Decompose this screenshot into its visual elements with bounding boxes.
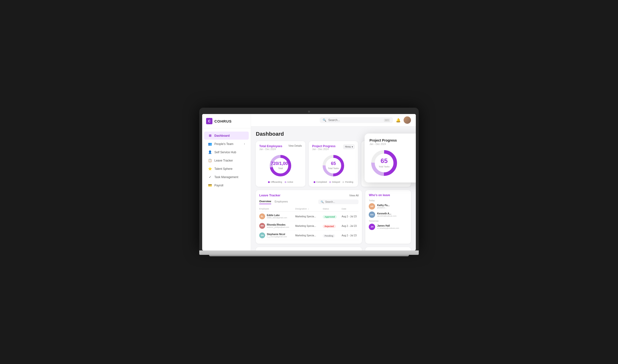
logo-icon: C [206, 118, 212, 124]
payroll-icon: 💳 [208, 183, 212, 187]
total-employees-title: Total Employees [259, 144, 282, 148]
col-date: Date [342, 208, 359, 210]
status-badge-0: Approved [323, 215, 337, 219]
project-progress-chart: 65 Total Tasks [312, 151, 355, 179]
leave-tracker-card: Leave Tracker View All Overview Employee… [256, 190, 362, 244]
designation-1: Marketing Specia... [295, 225, 321, 227]
total-employees-view-btn[interactable]: View Details [288, 144, 302, 147]
popup-subtitle: Jan - Dec 2024 [370, 143, 416, 145]
wol-name-1: Kenneth A... [377, 212, 396, 215]
talent-sphere-card: Talent Sphere View All [256, 247, 362, 250]
popup-sub-label: Total Tasks [379, 165, 389, 168]
emp-avatar-0: EL [259, 213, 265, 219]
project-progress-legend: Completed Delayed Pending [312, 181, 355, 183]
table-row: SN Stephanie Nicol c_j_mccoy@gmail.com M… [259, 231, 358, 240]
today-label: Today [369, 199, 408, 202]
sidebar-item-payroll[interactable]: 💳 Payroll [204, 181, 249, 189]
project-progress-card: Project Progress Jan - Dec 2024 Hrms ▾ [309, 141, 358, 187]
project-progress-number: 65 [328, 161, 339, 166]
emp-email-0: eddie_lake@gmail.com [267, 217, 287, 219]
offboarding-dot [268, 181, 270, 183]
talent-row: Talent Sphere View All Ongoing Processes [256, 247, 411, 250]
bottom-row: Leave Tracker View All Overview Employee… [256, 190, 411, 244]
table-row: RR Rhonda Rhodes autumn_phillips@aol.com… [259, 221, 358, 231]
leave-tracker-header: Leave Tracker View All [259, 194, 358, 197]
emp-name-0: Eddie Lake [267, 214, 287, 217]
legend-pending: Pending [343, 181, 353, 183]
tab-overview[interactable]: Overview [259, 200, 271, 204]
search-input[interactable] [328, 118, 382, 122]
leave-search-input[interactable] [325, 200, 356, 203]
logo-text: COHRUS [214, 119, 232, 123]
self-service-icon: 👤 [208, 150, 212, 154]
search-icon: 🔍 [323, 118, 326, 122]
emp-avatar-2: SN [259, 233, 265, 238]
sidebar-item-self-service[interactable]: 👤 Self Service Hub [204, 148, 249, 156]
col-employee: Employee [259, 208, 293, 210]
project-progress-dropdown[interactable]: Hrms ▾ [343, 144, 355, 149]
total-employees-chart: 720/1,000 Total [259, 151, 302, 179]
wol-name-0: Kathy Pa... [377, 204, 389, 207]
tomorrow-label: Tomorrow [369, 220, 408, 222]
user-avatar[interactable] [404, 117, 411, 124]
project-progress-sub: Total Tasks [328, 167, 339, 169]
date-1: Aug 2 - Jul 23 [342, 225, 359, 227]
sidebar-item-label: Task Management [214, 175, 238, 179]
status-badge-1: Rejected [323, 225, 336, 228]
nav-items: ⊞ Dashboard 👥 People's Team › 👤 Self Ser… [202, 131, 251, 247]
sidebar-item-label: Payroll [214, 184, 223, 187]
total-employees-donut: 720/1,000 Total [268, 154, 293, 178]
emp-email-1: autumn_phillips@aol.com [267, 226, 289, 228]
app-container: C COHRUS ⊞ Dashboard 👥 People's Team › [202, 114, 416, 250]
wol-name-2: James Hall [377, 224, 399, 227]
col-designation: Designation ↕ [295, 208, 321, 210]
emp-name-2: Stephanie Nicol [267, 233, 287, 236]
employee-cell-2: SN Stephanie Nicol c_j_mccoy@gmail.com [259, 233, 293, 238]
sidebar-item-dashboard[interactable]: ⊞ Dashboard [204, 131, 249, 140]
legend-completed: Completed [314, 181, 327, 183]
wol-avatar-2: JH [369, 224, 375, 230]
date-2: Aug 2 - Jul 23 [342, 234, 359, 237]
popup-left: Project Progress Jan - Dec 2024 65 Total… [370, 138, 416, 178]
col-status: Status [323, 208, 340, 210]
sidebar-item-talent-sphere[interactable]: ⭐ Talent Sphere [204, 165, 249, 173]
wol-email-0: paula611... [377, 207, 389, 209]
delayed-dot [329, 181, 331, 183]
employee-cell-1: RR Rhonda Rhodes autumn_phillips@aol.com [259, 223, 293, 229]
chevron-icon: › [244, 143, 245, 145]
status-cell-0: Approved [323, 214, 340, 219]
app-header: 🔍 ⌘K 🔔 [251, 114, 416, 127]
sidebar-item-leave-tracker[interactable]: 📋 Leave Tracker [204, 156, 249, 164]
whos-on-leave-title: Who's on leave [369, 194, 408, 197]
pending-dot [343, 181, 344, 183]
wol-email-1: alex941@outlook.com [377, 215, 396, 217]
sidebar-item-label: People's Team [214, 142, 233, 146]
project-progress-title: Project Progress [312, 144, 336, 148]
laptop-base [199, 250, 419, 255]
leave-search[interactable]: 🔍 [318, 200, 358, 204]
emp-avatar-1: RR [259, 223, 265, 229]
sort-icon[interactable]: ↕ [308, 208, 309, 210]
leave-tracker-view-all[interactable]: View All [349, 194, 358, 197]
notification-bell-icon[interactable]: 🔔 [396, 118, 401, 123]
sidebar-item-label: Self Service Hub [214, 151, 236, 154]
task-management-icon: ✓ [208, 175, 212, 179]
table-header: Employee Designation ↕ Status Date [259, 207, 358, 212]
wol-person-2: JH James Hall s.t.sharkey@outlook.com [369, 224, 408, 230]
total-employees-legend: Offboarding Active [259, 181, 302, 183]
sidebar-item-label: Leave Tracker [214, 159, 233, 162]
dashboard-icon: ⊞ [208, 134, 212, 137]
search-shortcut: ⌘K [384, 119, 390, 122]
sidebar-item-task-management[interactable]: ✓ Task Management [204, 173, 249, 181]
peoples-team-icon: 👥 [208, 142, 212, 146]
sidebar-item-label: Talent Sphere [214, 167, 233, 170]
camera [308, 111, 310, 113]
project-progress-subtitle: Jan - Dec 2024 [312, 148, 336, 151]
laptop-foot [209, 255, 409, 256]
search-bar[interactable]: 🔍 ⌘K [320, 117, 393, 123]
status-badge-2: Pending [323, 234, 335, 237]
tab-employees[interactable]: Employees [275, 200, 288, 204]
sidebar-item-peoples-team[interactable]: 👥 People's Team › [204, 140, 249, 148]
emp-name-1: Rhonda Rhodes [267, 223, 289, 226]
logo-area: C COHRUS [202, 118, 251, 128]
